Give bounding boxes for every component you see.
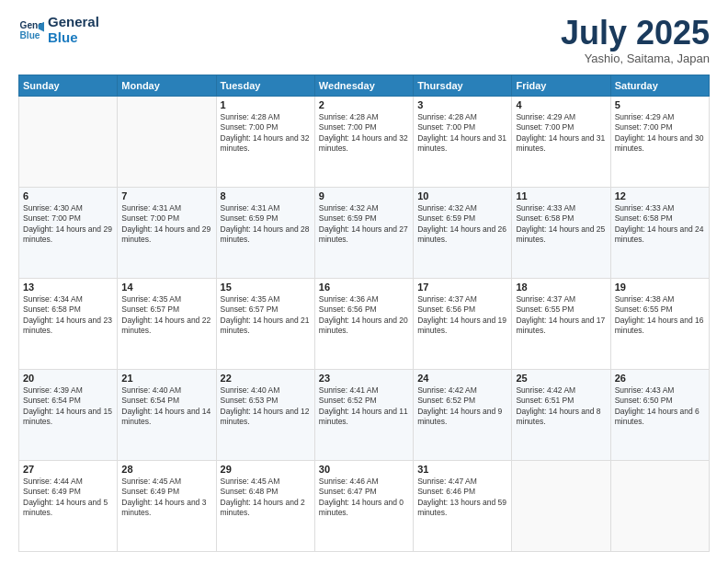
day-number: 11 [516,190,606,201]
calendar-cell: 5Sunrise: 4:29 AM Sunset: 7:00 PM Daylig… [610,96,709,187]
day-number: 9 [319,190,409,201]
cell-info: Sunrise: 4:39 AM Sunset: 6:54 PM Dayligh… [23,385,113,428]
day-number: 25 [516,373,606,384]
col-header-wednesday: Wednesday [314,75,413,96]
cell-info: Sunrise: 4:46 AM Sunset: 6:47 PM Dayligh… [319,477,409,519]
day-number: 12 [615,190,705,201]
calendar-cell: 7Sunrise: 4:31 AM Sunset: 7:00 PM Daylig… [118,187,216,278]
day-number: 23 [319,373,409,384]
day-number: 18 [516,282,606,293]
cell-info: Sunrise: 4:43 AM Sunset: 6:50 PM Dayligh… [615,385,705,428]
calendar-cell: 3Sunrise: 4:28 AM Sunset: 7:00 PM Daylig… [414,96,512,187]
calendar-table: SundayMondayTuesdayWednesdayThursdayFrid… [18,75,710,552]
header: General Blue General Blue July 2025 Yash… [18,15,710,65]
calendar-cell: 16Sunrise: 4:36 AM Sunset: 6:56 PM Dayli… [314,278,413,369]
calendar-cell: 28Sunrise: 4:45 AM Sunset: 6:49 PM Dayli… [118,460,216,551]
calendar-cell: 14Sunrise: 4:35 AM Sunset: 6:57 PM Dayli… [118,278,216,369]
col-header-saturday: Saturday [610,75,709,96]
calendar-cell [512,460,610,551]
day-number: 27 [23,464,113,475]
week-row-4: 20Sunrise: 4:39 AM Sunset: 6:54 PM Dayli… [19,369,710,460]
calendar-cell: 1Sunrise: 4:28 AM Sunset: 7:00 PM Daylig… [216,96,314,187]
month-title: July 2025 [561,15,710,52]
day-number: 31 [417,464,507,475]
cell-info: Sunrise: 4:38 AM Sunset: 6:55 PM Dayligh… [615,294,705,337]
cell-info: Sunrise: 4:28 AM Sunset: 7:00 PM Dayligh… [417,112,507,155]
cell-info: Sunrise: 4:35 AM Sunset: 6:57 PM Dayligh… [121,294,211,337]
cell-info: Sunrise: 4:29 AM Sunset: 7:00 PM Dayligh… [615,112,705,155]
calendar-cell [19,96,118,187]
calendar-cell: 2Sunrise: 4:28 AM Sunset: 7:00 PM Daylig… [314,96,413,187]
calendar-cell: 10Sunrise: 4:32 AM Sunset: 6:59 PM Dayli… [414,187,512,278]
calendar-cell: 25Sunrise: 4:42 AM Sunset: 6:51 PM Dayli… [512,369,610,460]
calendar-cell: 23Sunrise: 4:41 AM Sunset: 6:52 PM Dayli… [314,369,413,460]
calendar-cell: 30Sunrise: 4:46 AM Sunset: 6:47 PM Dayli… [314,460,413,551]
page: General Blue General Blue July 2025 Yash… [0,0,728,563]
day-number: 7 [121,190,211,201]
logo-icon: General Blue [18,17,44,43]
calendar-cell: 6Sunrise: 4:30 AM Sunset: 7:00 PM Daylig… [19,187,118,278]
calendar-cell: 19Sunrise: 4:38 AM Sunset: 6:55 PM Dayli… [610,278,709,369]
cell-info: Sunrise: 4:42 AM Sunset: 6:51 PM Dayligh… [516,385,606,428]
week-row-3: 13Sunrise: 4:34 AM Sunset: 6:58 PM Dayli… [19,278,710,369]
day-number: 26 [615,373,705,384]
day-number: 4 [516,99,606,110]
calendar-cell: 11Sunrise: 4:33 AM Sunset: 6:58 PM Dayli… [512,187,610,278]
cell-info: Sunrise: 4:45 AM Sunset: 6:48 PM Dayligh… [221,477,311,519]
week-row-2: 6Sunrise: 4:30 AM Sunset: 7:00 PM Daylig… [19,187,710,278]
day-number: 5 [615,99,705,110]
cell-info: Sunrise: 4:40 AM Sunset: 6:53 PM Dayligh… [221,385,311,428]
calendar-cell: 21Sunrise: 4:40 AM Sunset: 6:54 PM Dayli… [118,369,216,460]
calendar-cell: 20Sunrise: 4:39 AM Sunset: 6:54 PM Dayli… [19,369,118,460]
calendar-cell: 13Sunrise: 4:34 AM Sunset: 6:58 PM Dayli… [19,278,118,369]
col-header-tuesday: Tuesday [216,75,314,96]
calendar-cell: 15Sunrise: 4:35 AM Sunset: 6:57 PM Dayli… [216,278,314,369]
day-number: 16 [319,282,409,293]
calendar-cell: 22Sunrise: 4:40 AM Sunset: 6:53 PM Dayli… [216,369,314,460]
location: Yashio, Saitama, Japan [561,52,710,65]
col-header-sunday: Sunday [19,75,118,96]
calendar-header-row: SundayMondayTuesdayWednesdayThursdayFrid… [19,75,710,96]
day-number: 20 [23,373,113,384]
col-header-monday: Monday [118,75,216,96]
cell-info: Sunrise: 4:30 AM Sunset: 7:00 PM Dayligh… [23,203,113,246]
calendar-cell: 9Sunrise: 4:32 AM Sunset: 6:59 PM Daylig… [314,187,413,278]
cell-info: Sunrise: 4:44 AM Sunset: 6:49 PM Dayligh… [23,477,113,519]
cell-info: Sunrise: 4:28 AM Sunset: 7:00 PM Dayligh… [221,112,311,155]
calendar-cell: 17Sunrise: 4:37 AM Sunset: 6:56 PM Dayli… [414,278,512,369]
day-number: 21 [121,373,211,384]
calendar-cell: 29Sunrise: 4:45 AM Sunset: 6:48 PM Dayli… [216,460,314,551]
week-row-5: 27Sunrise: 4:44 AM Sunset: 6:49 PM Dayli… [19,460,710,551]
svg-text:Blue: Blue [20,30,40,40]
logo: General Blue General Blue [18,15,99,45]
cell-info: Sunrise: 4:34 AM Sunset: 6:58 PM Dayligh… [23,294,113,337]
day-number: 15 [221,282,311,293]
day-number: 19 [615,282,705,293]
cell-info: Sunrise: 4:37 AM Sunset: 6:55 PM Dayligh… [516,294,606,337]
calendar-cell: 4Sunrise: 4:29 AM Sunset: 7:00 PM Daylig… [512,96,610,187]
logo-text: General Blue [48,15,99,45]
calendar-cell [610,460,709,551]
cell-info: Sunrise: 4:33 AM Sunset: 6:58 PM Dayligh… [615,203,705,246]
day-number: 6 [23,190,113,201]
cell-info: Sunrise: 4:31 AM Sunset: 6:59 PM Dayligh… [221,203,311,246]
week-row-1: 1Sunrise: 4:28 AM Sunset: 7:00 PM Daylig… [19,96,710,187]
day-number: 14 [121,282,211,293]
calendar-cell: 26Sunrise: 4:43 AM Sunset: 6:50 PM Dayli… [610,369,709,460]
day-number: 17 [417,282,507,293]
calendar-cell: 27Sunrise: 4:44 AM Sunset: 6:49 PM Dayli… [19,460,118,551]
cell-info: Sunrise: 4:40 AM Sunset: 6:54 PM Dayligh… [121,385,211,428]
cell-info: Sunrise: 4:47 AM Sunset: 6:46 PM Dayligh… [417,477,507,519]
calendar-cell: 31Sunrise: 4:47 AM Sunset: 6:46 PM Dayli… [414,460,512,551]
col-header-thursday: Thursday [414,75,512,96]
calendar-cell: 24Sunrise: 4:42 AM Sunset: 6:52 PM Dayli… [414,369,512,460]
day-number: 29 [221,464,311,475]
day-number: 28 [121,464,211,475]
title-block: July 2025 Yashio, Saitama, Japan [561,15,710,65]
calendar-cell: 18Sunrise: 4:37 AM Sunset: 6:55 PM Dayli… [512,278,610,369]
cell-info: Sunrise: 4:32 AM Sunset: 6:59 PM Dayligh… [319,203,409,246]
cell-info: Sunrise: 4:29 AM Sunset: 7:00 PM Dayligh… [516,112,606,155]
day-number: 22 [221,373,311,384]
day-number: 10 [417,190,507,201]
cell-info: Sunrise: 4:42 AM Sunset: 6:52 PM Dayligh… [417,385,507,428]
